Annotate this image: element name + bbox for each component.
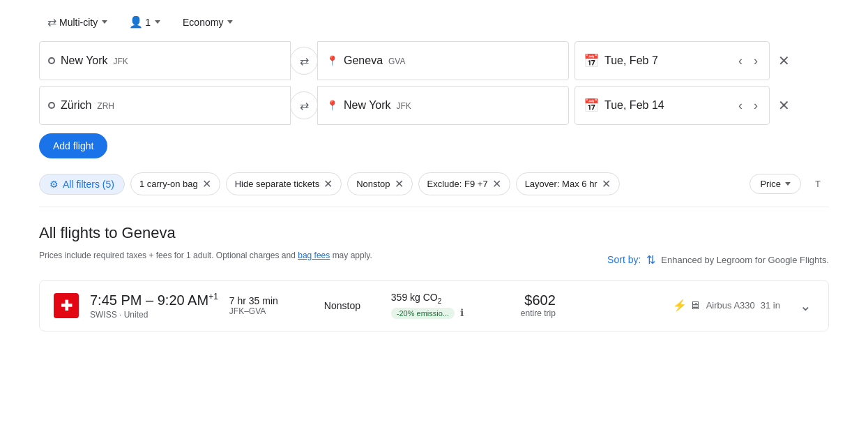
emissions-badge: -20% emissio... bbox=[391, 308, 455, 319]
chip-label-nonstop: Nonstop bbox=[356, 179, 390, 189]
top-bar: ⇄ Multi-city 👤 1 Economy bbox=[0, 0, 868, 41]
price-label: entire trip bbox=[486, 308, 556, 318]
screen-icon: 🖥 bbox=[690, 299, 701, 312]
swap-button-2[interactable]: ⇄ bbox=[290, 91, 318, 119]
destination-text-2: New York JFK bbox=[344, 99, 560, 112]
flight-stops-section: Nonstop bbox=[324, 300, 380, 311]
destination-input-2[interactable]: 📍 New York JFK bbox=[317, 86, 569, 125]
flight-route: JFK–GVA bbox=[229, 306, 313, 316]
passengers-label: 1 bbox=[145, 17, 151, 28]
date-prev-1[interactable]: ‹ bbox=[736, 51, 745, 71]
passengers-chevron-icon bbox=[155, 20, 160, 24]
origin-code-2: ZRH bbox=[97, 101, 114, 111]
flight-time-section: 7:45 PM – 9:20 AM+1 SWISS · United bbox=[90, 292, 218, 320]
airline-logo: ✚ bbox=[54, 293, 79, 318]
origin-text-2: Zürich ZRH bbox=[61, 99, 282, 112]
swiss-logo: ✚ bbox=[54, 293, 79, 318]
swap-arrows-icon: ⇄ bbox=[300, 54, 309, 68]
filters-bar: ⚙ All filters (5) 1 carry-on bag ✕ Hide … bbox=[0, 167, 868, 201]
swap-button-1[interactable]: ⇄ bbox=[290, 47, 318, 75]
search-rows: New York JFK ⇄ 📍 Geneva GVA 📅 bbox=[0, 41, 868, 125]
passengers-dropdown[interactable]: 👤 1 bbox=[121, 12, 169, 33]
trip-type-label: Multi-city bbox=[59, 17, 98, 28]
sort-button[interactable]: Price bbox=[749, 174, 801, 194]
chip-remove-layover[interactable]: ✕ bbox=[602, 177, 611, 191]
date-next-2[interactable]: › bbox=[751, 96, 761, 116]
destination-code-1: GVA bbox=[388, 57, 405, 66]
date-prev-2[interactable]: ‹ bbox=[736, 96, 745, 116]
chip-remove-carry-on[interactable]: ✕ bbox=[202, 177, 211, 191]
chip-label-carry-on: 1 carry-on bag bbox=[139, 179, 198, 189]
remove-flight-1[interactable]: ✕ bbox=[772, 47, 795, 75]
departure-time: 7:45 PM bbox=[90, 292, 142, 308]
destination-code-2: JFK bbox=[396, 101, 411, 111]
cabin-class-label: Economy bbox=[183, 17, 223, 28]
filter-chip-layover[interactable]: Layover: Max 6 hr ✕ bbox=[516, 172, 620, 195]
cabin-class-dropdown[interactable]: Economy bbox=[174, 13, 241, 32]
info-icon[interactable]: ℹ bbox=[460, 307, 464, 318]
next-day-label: +1 bbox=[208, 292, 218, 301]
trip-type-chevron-icon bbox=[102, 20, 107, 24]
route-group-2: Zürich ZRH ⇄ 📍 New York JFK bbox=[39, 86, 569, 125]
chip-label-exclude: Exclude: F9 +7 bbox=[427, 179, 488, 189]
filter-chip-nonstop[interactable]: Nonstop ✕ bbox=[347, 172, 412, 195]
filter-chip-carry-on[interactable]: 1 carry-on bag ✕ bbox=[130, 172, 220, 195]
divider bbox=[39, 207, 829, 207]
person-icon: 👤 bbox=[130, 16, 142, 29]
cabin-class-chevron-icon bbox=[227, 20, 233, 24]
sort-arrows-icon[interactable]: ⇅ bbox=[646, 253, 655, 267]
date-text-1: Tue, Feb 7 bbox=[604, 54, 730, 67]
chip-remove-separate[interactable]: ✕ bbox=[323, 177, 333, 191]
swiss-cross-icon: ✚ bbox=[61, 299, 73, 313]
filter-chip-exclude[interactable]: Exclude: F9 +7 ✕ bbox=[418, 172, 510, 195]
expand-button[interactable]: ⌄ bbox=[797, 294, 814, 317]
add-flight-button[interactable]: Add flight bbox=[39, 133, 107, 158]
sort-by-label: Sort by: bbox=[607, 254, 641, 265]
results-meta-row: Prices include required taxes + fees for… bbox=[39, 251, 829, 269]
chip-remove-nonstop[interactable]: ✕ bbox=[395, 177, 404, 191]
destination-input-1[interactable]: 📍 Geneva GVA bbox=[317, 41, 569, 80]
date-next-1[interactable]: › bbox=[751, 51, 761, 71]
destination-pin-icon-2: 📍 bbox=[326, 100, 338, 111]
trip-type-dropdown[interactable]: ⇄ Multi-city bbox=[39, 11, 116, 33]
arrival-time: 9:20 AM bbox=[158, 292, 208, 308]
route-group-1: New York JFK ⇄ 📍 Geneva GVA bbox=[39, 41, 569, 80]
flight-card[interactable]: ✚ 7:45 PM – 9:20 AM+1 SWISS · United 7 h… bbox=[39, 280, 829, 331]
origin-text-1: New York JFK bbox=[61, 54, 282, 67]
enhanced-label: Enhanced by Legroom for Google Flights. bbox=[661, 255, 829, 265]
origin-city-1: New York bbox=[61, 54, 108, 66]
origin-code-1: JFK bbox=[113, 57, 128, 66]
destination-pin-icon: 📍 bbox=[326, 55, 338, 66]
date-input-2[interactable]: 📅 Tue, Feb 14 ‹ › bbox=[574, 86, 770, 125]
flight-stops: Nonstop bbox=[324, 300, 380, 311]
aircraft-model: Airbus A330 bbox=[706, 300, 755, 311]
destination-city-2: New York bbox=[344, 99, 391, 111]
origin-input-1[interactable]: New York JFK bbox=[39, 41, 291, 80]
results-section: All flights to Geneva Prices include req… bbox=[0, 213, 868, 343]
price-value: $602 bbox=[486, 292, 556, 308]
filter-chip-more[interactable]: T bbox=[807, 174, 829, 193]
origin-input-2[interactable]: Zürich ZRH bbox=[39, 86, 291, 125]
calendar-icon-1: 📅 bbox=[584, 53, 599, 68]
swap-arrows-icon-2: ⇄ bbox=[300, 99, 309, 112]
aircraft-icons: ⚡ 🖥 bbox=[673, 299, 701, 312]
swap-icon: ⇄ bbox=[47, 15, 56, 29]
flight-duration-section: 7 hr 35 min JFK–GVA bbox=[229, 295, 313, 316]
usb-icon: ⚡ bbox=[673, 299, 687, 312]
airline-names: SWISS · United bbox=[90, 310, 218, 320]
chip-remove-exclude[interactable]: ✕ bbox=[492, 177, 501, 191]
filter-chip-separate[interactable]: Hide separate tickets ✕ bbox=[226, 172, 342, 195]
origin-city-2: Zürich bbox=[61, 99, 91, 111]
filter-icon: ⚙ bbox=[50, 179, 59, 190]
date-text-2: Tue, Feb 14 bbox=[604, 99, 730, 112]
sort-chevron-icon bbox=[785, 182, 791, 186]
date-input-1[interactable]: 📅 Tue, Feb 7 ‹ › bbox=[574, 41, 770, 80]
all-filters-button[interactable]: ⚙ All filters (5) bbox=[39, 174, 125, 195]
chip-label-separate: Hide separate tickets bbox=[235, 179, 319, 189]
destination-city-1: Geneva bbox=[344, 54, 383, 66]
bag-fees-link[interactable]: bag fees bbox=[298, 251, 330, 260]
remove-flight-2[interactable]: ✕ bbox=[772, 91, 795, 119]
results-subtitle: Prices include required taxes + fees for… bbox=[39, 251, 372, 260]
price-section: $602 entire trip bbox=[486, 292, 556, 318]
aircraft-section: ⚡ 🖥 Airbus A330 31 in bbox=[673, 299, 780, 312]
